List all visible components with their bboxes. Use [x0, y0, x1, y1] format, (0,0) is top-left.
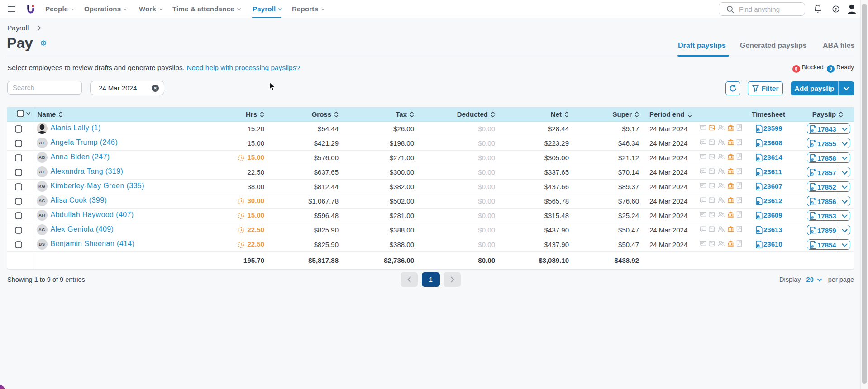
svg-text:$: $: [739, 183, 741, 186]
svg-text:$: $: [739, 168, 741, 171]
svg-text:$: $: [739, 154, 741, 157]
svg-text:$: $: [739, 212, 741, 215]
svg-text:$: $: [739, 197, 741, 200]
svg-text:$: $: [739, 125, 741, 128]
svg-text:$: $: [739, 139, 741, 142]
svg-text:$: $: [739, 226, 741, 229]
svg-text:$: $: [739, 241, 741, 244]
svg-text:?: ?: [835, 7, 837, 12]
